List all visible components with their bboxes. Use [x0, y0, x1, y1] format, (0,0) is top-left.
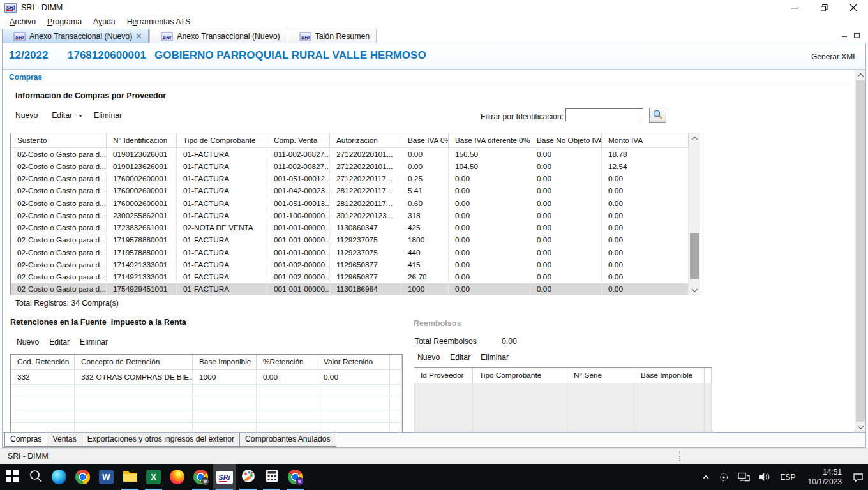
column-header[interactable]: Autorización — [330, 133, 401, 147]
taskbar-file-explorer[interactable] — [118, 464, 142, 490]
editor-tab-2[interactable]: SRiAnexo Transaccional (Nuevo) — [149, 29, 287, 43]
compras-row[interactable]: 02-Costo o Gasto para d...17238326610010… — [11, 222, 689, 234]
taskbar-chrome-profile[interactable] — [189, 464, 213, 490]
retenciones-editar-button[interactable]: Editar — [49, 338, 70, 346]
compras-row[interactable]: 02-Costo o Gasto para d...17149213330010… — [11, 258, 689, 271]
cell: 0190123626001 — [107, 148, 177, 160]
menu-archivo[interactable]: Archivo — [4, 16, 41, 27]
total-registros: Total Registros: 34 Compra(s) — [15, 299, 119, 308]
retenciones-toolbar: NuevoEditarEliminar — [17, 338, 118, 346]
retenciones-eliminar-button[interactable]: Eliminar — [80, 338, 108, 346]
taskbar-calculator[interactable] — [260, 464, 283, 490]
column-header[interactable]: Valor Retenido — [317, 355, 390, 369]
column-header[interactable]: Cod. Retención — [11, 355, 75, 369]
compras-row[interactable]: 02-Costo o Gasto para d...17149213330010… — [11, 271, 689, 283]
compras-editar-button[interactable]: Editar — [52, 111, 72, 120]
menu-ayuda[interactable]: Ayuda — [87, 16, 121, 27]
bottom-tab-exportaciones[interactable]: Exportaciones y otros ingresos del exter… — [82, 433, 240, 447]
cell: 0.00 — [257, 370, 317, 384]
taskbar-paint[interactable] — [236, 464, 260, 490]
clock[interactable]: 14:5110/1/2023 — [802, 468, 848, 487]
compras-row[interactable]: 02-Costo o Gasto para d...17600026000010… — [11, 185, 689, 197]
scrollbar-thumb[interactable] — [690, 233, 699, 279]
tray-show-hidden-icons[interactable] — [698, 464, 714, 490]
cell: 02-Costo o Gasto para d... — [11, 173, 107, 185]
action-center-icon[interactable] — [848, 464, 868, 490]
column-header[interactable]: Monto IVA — [602, 133, 689, 147]
compras-row[interactable]: 02-Costo o Gasto para d...17600026000010… — [11, 197, 689, 209]
reembolsos-eliminar-button[interactable]: Eliminar — [481, 353, 509, 362]
page-scroll-up[interactable] — [855, 70, 865, 80]
taskbar-word[interactable]: W — [94, 464, 118, 490]
speaker-icon[interactable] — [754, 464, 775, 490]
column-header[interactable]: Concepto de Retención — [75, 355, 193, 369]
compras-row[interactable]: 02-Costo o Gasto para d...17195788800010… — [11, 234, 689, 246]
view-minimize-icon[interactable] — [841, 31, 848, 41]
scroll-down-button[interactable] — [689, 285, 700, 295]
bottom-tab-compras[interactable]: Compras — [4, 433, 47, 447]
taskbar-chrome[interactable] — [71, 464, 94, 490]
tray-app-icon[interactable] — [714, 464, 733, 490]
cell — [11, 397, 75, 410]
filter-search-button[interactable] — [649, 108, 666, 122]
column-header[interactable]: Base Imponible — [193, 355, 257, 369]
taskbar-firefox[interactable] — [165, 464, 189, 490]
cell: 156.50 — [449, 148, 530, 160]
taskbar-search[interactable] — [24, 464, 47, 490]
minimize-button[interactable] — [780, 0, 809, 15]
menu-programa[interactable]: Programa — [41, 16, 87, 27]
view-maximize-icon[interactable] — [853, 31, 861, 41]
cell — [75, 385, 193, 397]
editor-tab-3[interactable]: SRiTalón Resumen — [288, 29, 377, 43]
taskbar-excel[interactable]: X — [142, 464, 165, 490]
column-header[interactable]: Base No Objeto IVA — [530, 133, 602, 147]
compras-table: SustentoN° IdentificaciónTipo de Comprob… — [10, 133, 700, 295]
compras-row[interactable]: 02-Costo o Gasto para d...17195788800010… — [11, 246, 689, 258]
retenciones-row[interactable]: 332332-OTRAS COMPRAS DE BIE...10000.000.… — [11, 370, 402, 384]
column-header[interactable]: Comp. Venta — [267, 133, 330, 147]
editor-tab-1[interactable]: SRiAnexo Transaccional (Nuevo) — [2, 29, 149, 43]
cell — [75, 397, 193, 410]
column-header[interactable]: Tipo de Comprobante — [177, 133, 267, 147]
taskbar-sri-dimm[interactable]: SRi — [213, 464, 236, 490]
column-header[interactable]: Sustento — [11, 133, 107, 147]
compras-row[interactable]: 02-Costo o Gasto para d...01901236260010… — [11, 148, 689, 160]
compras-row[interactable]: 02-Costo o Gasto para d...23002558620010… — [11, 209, 689, 221]
taskbar-edge[interactable] — [47, 464, 71, 490]
generar-xml-button[interactable]: Generar XML — [811, 52, 857, 61]
page-scrollbar[interactable] — [855, 70, 865, 432]
filter-input[interactable] — [565, 108, 643, 121]
reembolsos-nuevo-button[interactable]: Nuevo — [417, 353, 440, 362]
network-icon[interactable] — [733, 464, 754, 490]
page-scroll-down[interactable] — [855, 422, 865, 432]
compras-eliminar-button[interactable]: Eliminar — [94, 111, 122, 120]
column-header[interactable]: %Retención — [257, 355, 317, 369]
scroll-up-button[interactable] — [689, 133, 700, 144]
taskbar-start[interactable] — [0, 464, 24, 490]
menu-herramientas-ats[interactable]: Herramientas ATS — [121, 16, 197, 27]
column-header[interactable]: Base IVA 0% — [401, 133, 449, 147]
document-header: 12/2022 1768120600001 GOBIERNO PARROQUIA… — [3, 43, 865, 70]
bottom-tab-comprobantes[interactable]: Comprobantes Anulados — [239, 433, 336, 447]
language-indicator[interactable]: ESP — [775, 464, 802, 490]
page-scrollbar-thumb[interactable] — [856, 80, 865, 422]
column-header[interactable]: Base IVA diferente 0% — [449, 133, 530, 147]
bottom-tab-bar: ComprasVentasExportaciones y otros ingre… — [3, 432, 865, 447]
close-button[interactable] — [839, 0, 868, 15]
restore-button[interactable] — [809, 0, 839, 15]
compras-row[interactable]: 02-Costo o Gasto para d...01901236260010… — [11, 160, 689, 172]
compras-row[interactable]: 02-Costo o Gasto para d...17549294510010… — [11, 283, 689, 295]
reembolsos-editar-button[interactable]: Editar — [450, 353, 470, 362]
compras-row[interactable]: 02-Costo o Gasto para d...17600026000010… — [11, 173, 689, 185]
cell: 001-100-00000... — [267, 209, 330, 221]
column-header[interactable]: N° Identificación — [107, 133, 177, 147]
cell: 0.00 — [530, 234, 602, 246]
bottom-tab-ventas[interactable]: Ventas — [47, 433, 82, 447]
tab-close-icon[interactable] — [136, 32, 142, 41]
compras-nuevo-button[interactable]: Nuevo — [15, 111, 38, 120]
compras-editar-dropdown-arrow[interactable] — [79, 115, 82, 117]
retenciones-nuevo-button[interactable]: Nuevo — [17, 338, 39, 346]
compras-table-scrollbar[interactable] — [689, 133, 700, 295]
taskbar-chrome-profile-2[interactable] — [283, 464, 307, 490]
cell-filler — [390, 397, 402, 410]
